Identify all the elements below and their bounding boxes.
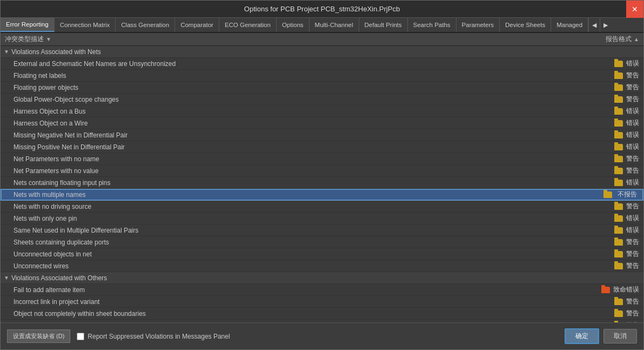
table-row[interactable]: Nets with only one pin错误 bbox=[1, 213, 643, 224]
tab-search-paths[interactable]: Search Paths bbox=[408, 18, 457, 32]
tab-connection-matrix[interactable]: Connection Matrix bbox=[55, 18, 116, 32]
table-row[interactable]: Net Parameters with no name警告 bbox=[1, 153, 643, 165]
folder-icon bbox=[614, 120, 623, 127]
table-row[interactable]: Incorrect link in project variant警告 bbox=[1, 296, 643, 308]
status-label: 错误 bbox=[626, 142, 639, 151]
table-body[interactable]: ▼Violations Associated with NetsExternal… bbox=[1, 46, 643, 322]
row-status: 致命错误 bbox=[535, 285, 643, 294]
folder-icon bbox=[614, 61, 623, 67]
row-status: 错误 bbox=[535, 59, 643, 68]
footer: 设置成安装缺省 (D) Report Suppressed Violations… bbox=[1, 322, 643, 349]
row-description: Global Power-Object scope changes bbox=[1, 96, 535, 103]
row-description: Fail to add alternate item bbox=[1, 286, 535, 294]
folder-icon bbox=[614, 96, 623, 103]
triangle-icon: ▼ bbox=[4, 49, 9, 55]
row-status: 错误 bbox=[535, 130, 643, 140]
footer-left: 设置成安装缺省 (D) bbox=[7, 329, 70, 343]
ok-button[interactable]: 确定 bbox=[565, 328, 599, 344]
folder-icon bbox=[603, 191, 612, 198]
table-row[interactable]: Net Parameters with no value警告 bbox=[1, 165, 643, 177]
suppress-violations-checkbox[interactable] bbox=[77, 333, 84, 340]
table-row[interactable]: Unconnected objects in net警告 bbox=[1, 248, 643, 260]
status-label: 警告 bbox=[626, 249, 639, 259]
table-row[interactable]: Nets with no driving source警告 bbox=[1, 201, 643, 213]
row-status: 警告 bbox=[535, 83, 643, 92]
row-description: Floating net labels bbox=[1, 72, 535, 80]
status-label: 警告 bbox=[626, 83, 639, 92]
row-status: 错误 bbox=[535, 226, 643, 235]
table-row[interactable]: Object not completely within sheet bound… bbox=[1, 308, 643, 320]
folder-icon bbox=[614, 227, 623, 234]
row-description: Object not completely within sheet bound… bbox=[1, 310, 535, 318]
tab-device-sheets[interactable]: Device Sheets bbox=[500, 18, 551, 32]
row-status: 警告 bbox=[535, 309, 643, 318]
row-status: 错误 bbox=[535, 178, 643, 187]
status-label: 警告 bbox=[626, 202, 639, 211]
row-description: Net Parameters with no name bbox=[1, 155, 535, 163]
status-label: 错误 bbox=[626, 226, 639, 235]
status-label: 警告 bbox=[626, 297, 639, 306]
table-row[interactable]: Missing Negative Net in Differential Pai… bbox=[1, 129, 643, 141]
tab-class-generation[interactable]: Class Generation bbox=[116, 18, 175, 32]
table-row[interactable]: Floating power objects警告 bbox=[1, 82, 643, 94]
row-description: Missing Positive Net in Differential Pai… bbox=[1, 143, 535, 151]
tab-managed[interactable]: Managed bbox=[551, 18, 588, 32]
table-row[interactable]: Harness Object on a Wire错误 bbox=[1, 117, 643, 129]
row-status: 警告 bbox=[535, 297, 643, 306]
tab-error-reporting[interactable]: Error Reporting bbox=[1, 18, 55, 32]
table-row[interactable]: Nets with multiple names不报告 bbox=[1, 189, 643, 201]
table-row[interactable]: Same Net used in Multiple Differential P… bbox=[1, 224, 643, 236]
tab-eco-generation[interactable]: ECO Generation bbox=[219, 18, 277, 32]
tab-multi-channel[interactable]: Multi-Channel bbox=[310, 18, 359, 32]
row-status: 警告 bbox=[535, 166, 643, 175]
table-row[interactable]: Fail to add alternate item致命错误 bbox=[1, 284, 643, 296]
suppress-violations-label[interactable]: Report Suppressed Violations in Messages… bbox=[77, 333, 230, 340]
status-label: 不报告 bbox=[615, 189, 639, 200]
tab-default-prints[interactable]: Default Prints bbox=[359, 18, 408, 32]
row-status: 警告 bbox=[535, 237, 643, 247]
sort-asc-icon: ▲ bbox=[634, 36, 639, 42]
table-row[interactable]: External and Schematic Net Names are Uns… bbox=[1, 58, 643, 70]
folder-icon bbox=[614, 156, 623, 162]
row-description: Floating power objects bbox=[1, 84, 535, 91]
column-header-description: 冲突类型描述 ▼ bbox=[1, 35, 535, 44]
tab-nav-right[interactable]: ▶ bbox=[600, 18, 611, 32]
folder-icon bbox=[614, 299, 623, 305]
tab-bar: Error Reporting Connection Matrix Class … bbox=[1, 18, 643, 33]
status-label: 警告 bbox=[626, 309, 639, 318]
row-status: 错误 bbox=[535, 142, 643, 151]
table-row[interactable]: Global Power-Object scope changes警告 bbox=[1, 94, 643, 105]
status-label: 警告 bbox=[626, 237, 639, 247]
status-label: 错误 bbox=[626, 118, 639, 128]
row-description: Unconnected objects in net bbox=[1, 250, 535, 258]
folder-icon bbox=[614, 108, 623, 115]
table-row[interactable]: Nets containing floating input pins错误 bbox=[1, 177, 643, 189]
table-row[interactable]: Missing Positive Net in Differential Pai… bbox=[1, 141, 643, 153]
folder-icon bbox=[614, 132, 623, 138]
table-row[interactable]: Unconnected wires警告 bbox=[1, 260, 643, 272]
close-button[interactable]: ✕ bbox=[626, 1, 643, 18]
table-row[interactable]: Floating net labels警告 bbox=[1, 70, 643, 82]
folder-icon bbox=[614, 144, 623, 150]
folder-icon bbox=[614, 168, 623, 174]
table-row[interactable]: Harness Object on a Bus错误 bbox=[1, 105, 643, 117]
title-bar: Options for PCB Project PCB_stm32HeXin.P… bbox=[1, 1, 643, 18]
section-header-1[interactable]: ▼Violations Associated with Others bbox=[1, 272, 643, 284]
row-status: 警告 bbox=[535, 95, 643, 104]
row-status: 错误 bbox=[535, 214, 643, 223]
setup-defaults-button[interactable]: 设置成安装缺省 (D) bbox=[7, 329, 70, 343]
tab-comparator[interactable]: Comparator bbox=[175, 18, 219, 32]
row-status: 不报告 bbox=[535, 189, 643, 200]
tab-options[interactable]: Options bbox=[277, 18, 310, 32]
status-label: 错误 bbox=[626, 178, 639, 187]
section-header-0[interactable]: ▼Violations Associated with Nets bbox=[1, 46, 643, 58]
cancel-button[interactable]: 取消 bbox=[603, 329, 637, 344]
folder-icon bbox=[614, 251, 623, 257]
tab-parameters[interactable]: Parameters bbox=[457, 18, 500, 32]
tab-nav-left[interactable]: ◀ bbox=[588, 18, 600, 32]
sort-desc-icon: ▼ bbox=[46, 36, 51, 42]
table-row[interactable]: Sheets containing duplicate ports警告 bbox=[1, 236, 643, 248]
folder-icon bbox=[601, 287, 610, 293]
status-label: 警告 bbox=[626, 71, 639, 80]
row-description: Missing Negative Net in Differential Pai… bbox=[1, 131, 535, 139]
